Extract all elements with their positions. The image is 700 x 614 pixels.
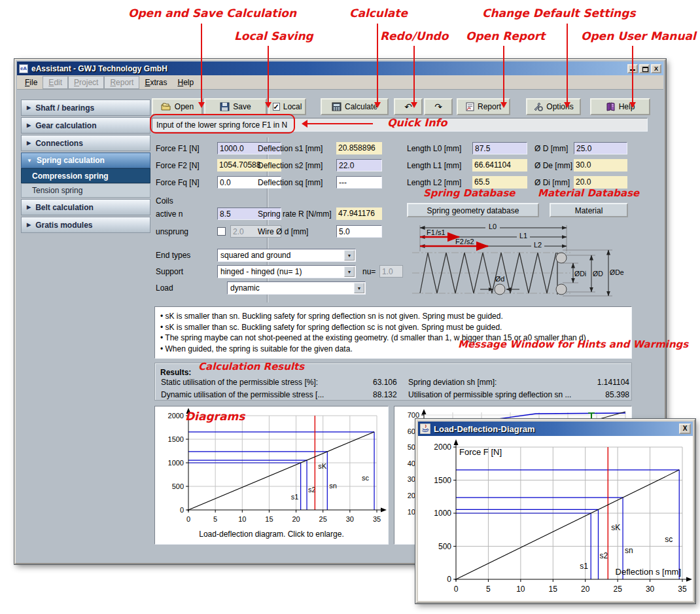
help-button[interactable]: Help (590, 98, 650, 115)
dia-d-field[interactable]: 25.0 (574, 142, 627, 154)
message-window: • sK is smaller than sn. Buckling safety… (154, 306, 632, 359)
s1-arrow-label: /s1 (436, 228, 446, 236)
force-f1-label: Force F1 [N] (156, 144, 200, 153)
sidebar-item-label: Gratis modules (35, 221, 92, 230)
menu-file[interactable]: File (20, 77, 43, 88)
undo-button[interactable]: ↶ (394, 98, 423, 115)
annotation-message-window: Message Window for Hints and Warmings (458, 338, 688, 350)
redo-button[interactable]: ↷ (424, 98, 453, 115)
annotation-arrow (413, 46, 415, 106)
options-button[interactable]: Options (526, 98, 581, 115)
deflection-s2-field[interactable]: 22.0 (336, 159, 382, 172)
menu-extras[interactable]: Extras (139, 77, 172, 88)
chevron-down-icon[interactable]: ▼ (354, 283, 364, 293)
spring-technical-drawing: L0 L1 L2 F1 /s1 F2 /s2 Ød ØDi ØD (402, 221, 648, 301)
menu-edit[interactable]: Edit (43, 76, 68, 89)
chevron-down-icon[interactable]: ▼ (344, 266, 355, 277)
deflection-s1-label: Deflection s1 [mm] (258, 144, 323, 153)
sidebar-item-connections[interactable]: ▶ Connections (21, 135, 150, 151)
wire-d-field[interactable]: 5.0 (336, 225, 382, 238)
sidebar-item-gratis-modules[interactable]: ▶ Gratis modules (21, 217, 150, 233)
svg-text:s1: s1 (580, 562, 588, 571)
spring-geometry-database-button[interactable]: Spring geometry database (407, 203, 539, 217)
svg-text:0: 0 (180, 506, 184, 514)
collapsed-triangle-icon: ▶ (27, 140, 31, 146)
dia-d-label: Ø D [mm] (534, 144, 568, 153)
float-close-button[interactable]: X (679, 424, 691, 434)
svg-text:10: 10 (516, 585, 525, 594)
result-value: 63.106 (373, 378, 397, 387)
svg-text:s1: s1 (291, 493, 299, 501)
svg-text:sK: sK (318, 462, 327, 470)
spring-rate-label: Spring rate R [N/mm] (258, 209, 332, 219)
save-floppy-icon (220, 102, 230, 111)
annotation-quick-info: Quick Info (387, 117, 447, 129)
save-label: Save (233, 102, 251, 111)
menu-report[interactable]: Report (104, 76, 139, 89)
load-deflection-chart-large: s1s2snscsK051015202530350500100015002000… (418, 437, 693, 600)
annotation-change-defaults: Change Default Settings (482, 7, 636, 20)
svg-text:15: 15 (265, 515, 273, 523)
report-document-icon (466, 102, 474, 111)
sidebar-item-compression-spring[interactable]: Compression spring (21, 168, 150, 183)
close-button[interactable]: X (651, 64, 661, 73)
material-button[interactable]: Material (550, 203, 628, 217)
annotation-open-manual: Open User Manual (581, 29, 696, 43)
dim-l1-label: L1 (519, 232, 527, 240)
float-titlebar[interactable]: Load-Deflection-Diagram X (418, 422, 693, 436)
sidebar-item-tension-spring[interactable]: Tension spring (21, 183, 150, 198)
support-value: hinged - hinged (nu= 1) (220, 267, 302, 276)
coils-heading: Coils (156, 196, 173, 206)
tools-icon (533, 102, 543, 111)
result-label: Static utilisation of the permissible st… (161, 378, 318, 387)
open-button[interactable]: Open (152, 98, 203, 115)
menu-project[interactable]: Project (68, 76, 104, 89)
float-window-load-deflection: Load-Deflection-Diagram X s1s2snscsK0510… (415, 419, 695, 604)
result-value: 88.132 (373, 390, 397, 399)
deflection-s1-field[interactable]: 20.858896 (336, 142, 382, 154)
sidebar-item-gear-calculation[interactable]: ▶ Gear calculation (21, 117, 150, 134)
sidebar-item-label: Spring calculation (37, 156, 105, 165)
support-select[interactable]: hinged - hinged (nu= 1) ▼ (217, 265, 356, 278)
deflection-s2-label: Deflection s2 [mm] (258, 161, 323, 170)
save-button[interactable]: Save (204, 98, 267, 115)
load-deflection-chart[interactable]: s1s2snscsK051015202530350500100015002000 (157, 408, 387, 527)
load-select[interactable]: dynamic ▼ (227, 281, 366, 295)
unsprung-checkbox[interactable] (217, 227, 226, 236)
maximize-button[interactable] (639, 64, 650, 73)
local-checkbox[interactable]: ✓ (273, 103, 280, 111)
end-types-select[interactable]: squared and ground ▼ (217, 249, 356, 262)
load-label: Load (156, 283, 173, 293)
spring-rate-field[interactable]: 47.941176 (336, 208, 382, 220)
sidebar-item-label: Tension spring (32, 186, 82, 195)
svg-text:1500: 1500 (168, 435, 184, 443)
sidebar-item-spring-calculation[interactable]: ▼ Spring calculation (21, 153, 150, 168)
svg-text:Deflection s [mm]: Deflection s [mm] (616, 567, 681, 577)
annotation-calculate: Calculate (349, 7, 408, 20)
sidebar-item-shaft-bearings[interactable]: ▶ Shaft / bearings (21, 99, 150, 116)
dim-de-label: ØDe (610, 268, 624, 276)
result-value: 1.141104 (590, 378, 629, 387)
length-l1-field[interactable]: 66.641104 (472, 159, 527, 172)
expanded-triangle-icon: ▼ (27, 158, 32, 164)
unsprung-label: unsprung (156, 227, 188, 236)
menu-help[interactable]: Help (172, 77, 199, 88)
force-f1-arrow-label: F1 (427, 228, 435, 236)
svg-text:1500: 1500 (434, 476, 451, 485)
annotation-material-db: Material Database (538, 187, 639, 199)
active-n-label: active n (156, 209, 183, 219)
dia-de-field[interactable]: 30.0 (574, 159, 627, 172)
chevron-down-icon[interactable]: ▼ (344, 250, 355, 261)
deflection-sq-field[interactable]: --- (336, 176, 382, 189)
length-l0-field[interactable]: 87.5 (472, 142, 527, 154)
length-l0-label: Length L0 [mm] (407, 144, 461, 153)
svg-text:sc: sc (362, 474, 370, 482)
annotation-arrow (377, 24, 378, 106)
sidebar-item-belt-calculation[interactable]: ▶ Belt calculation (21, 199, 150, 215)
load-deflection-diagram-small[interactable]: s1s2snscsK051015202530350500100015002000… (154, 406, 389, 545)
end-types-value: squared and ground (220, 251, 290, 260)
quick-info-arrow (304, 123, 373, 124)
annotation-arrow (632, 46, 633, 106)
length-l2-label: Length L2 [mm] (407, 178, 461, 187)
local-toggle[interactable]: ✓ Local (268, 98, 306, 115)
